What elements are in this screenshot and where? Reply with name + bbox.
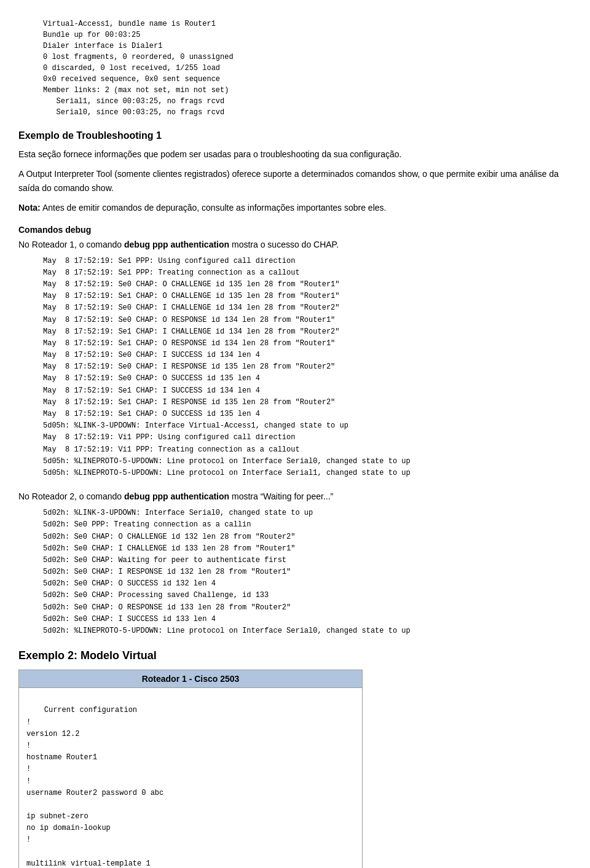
router2-intro: No Roteador 2, o comando debug ppp authe… bbox=[18, 491, 572, 501]
example2-heading: Exemplo 2: Modelo Virtual bbox=[18, 649, 572, 662]
router-box-content: Current configuration ! version 12.2 ! h… bbox=[19, 688, 362, 868]
router1-debug-block: May 8 17:52:19: Se1 PPP: Using configure… bbox=[43, 256, 572, 480]
note-text: Nota: Antes de emitir comandos de depura… bbox=[18, 201, 572, 214]
section1-body: Esta seção fornece informações que podem… bbox=[18, 147, 572, 161]
section1-heading: Exemplo de Troubleshooting 1 bbox=[18, 130, 572, 141]
note-content: Antes de emitir comandos de depuração, c… bbox=[42, 203, 387, 213]
router1-intro: No Roteador 1, o comando debug ppp authe… bbox=[18, 240, 572, 249]
top-code-block: Virtual-Access1, bundle name is Router1 … bbox=[18, 18, 572, 118]
router-box: Roteador 1 - Cisco 2503 Current configur… bbox=[18, 670, 363, 868]
note-label: Nota: bbox=[18, 203, 41, 213]
section1-interpreter: A Output Interpreter Tool (somente clien… bbox=[18, 167, 572, 195]
comandos-debug-heading: Comandos debug bbox=[18, 225, 572, 235]
router-box-header: Roteador 1 - Cisco 2503 bbox=[19, 670, 362, 688]
router-box-normal-text: Current configuration ! version 12.2 ! h… bbox=[26, 706, 163, 867]
router2-debug-block: 5d02h: %LINK-3-UPDOWN: Interface Serial0… bbox=[43, 507, 572, 637]
